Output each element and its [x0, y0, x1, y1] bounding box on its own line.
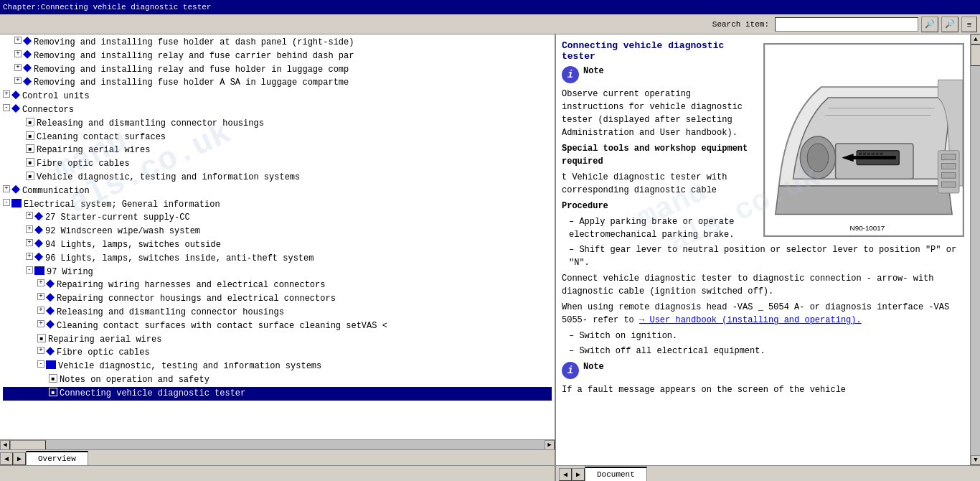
expand-icon[interactable]: -	[3, 199, 10, 206]
toc-item[interactable]: + Fibre optic cables	[3, 346, 552, 360]
expand-icon[interactable]: -	[26, 266, 33, 274]
scroll-left-arrow[interactable]: ◀	[0, 440, 10, 450]
toc-item[interactable]: + Repairing wiring harnesses and electri…	[3, 279, 552, 292]
toc-item-label: 27 Starter-current supply-CC	[45, 212, 190, 224]
doc-tab-next-arrow[interactable]: ▶	[572, 468, 585, 481]
document-content: manu als.co.uk	[556, 34, 970, 465]
toc-item[interactable]: - Connectors	[3, 103, 552, 117]
toc-item-label: 97 Wiring	[47, 266, 93, 279]
toc-item[interactable]: + Removing and installing fuse holder at…	[3, 36, 552, 50]
toc-item-label: Removing and installing fuse holder at d…	[34, 37, 354, 49]
procedure-step-2: – Shift gear lever to neutral position o…	[562, 243, 964, 269]
toc-item[interactable]: - 97 Wiring	[3, 266, 552, 279]
toc-item[interactable]: + Cleaning contact surfaces with contact…	[3, 319, 552, 333]
connect-text-span: Connect vehicle diagnostic tester to dia…	[562, 274, 933, 296]
expand-icon[interactable]: +	[26, 239, 33, 246]
toc-item[interactable]: + 96 Lights, lamps, switches inside, ant…	[3, 252, 552, 266]
expand-icon[interactable]: +	[14, 77, 22, 84]
toc-item[interactable]: + Control units	[3, 90, 552, 103]
expand-icon[interactable]: -	[37, 360, 44, 368]
scroll-right-arrow[interactable]: ▶	[545, 440, 555, 450]
tab-overview[interactable]: Overview	[26, 451, 88, 465]
step-2-bullet: –	[569, 245, 579, 255]
page-icon: ■	[26, 158, 34, 167]
note-2: i Note	[562, 362, 964, 379]
toc-item[interactable]: ■ Fibre optic cables	[3, 157, 552, 171]
toc-item[interactable]: + 27 Starter-current supply-CC	[3, 211, 552, 225]
page-icon: ■	[26, 131, 34, 140]
toc-item[interactable]: ■ Vehicle diagnostic, testing and inform…	[3, 171, 552, 185]
svg-rect-24	[941, 182, 956, 187]
toc-item-selected[interactable]: ■ Connecting vehicle diagnostic tester	[3, 387, 552, 401]
toc-item-label: Fibre optic cables	[57, 347, 150, 359]
search-button-1[interactable]: 🔎	[921, 17, 938, 32]
toc-item[interactable]: + Communication	[3, 185, 552, 198]
diamond-icon	[11, 90, 20, 99]
toc-item[interactable]: + 92 Windscreen wipe/wash system	[3, 225, 552, 238]
expand-icon[interactable]: +	[14, 50, 22, 57]
book-icon	[46, 360, 56, 369]
expand-icon[interactable]: +	[37, 307, 44, 314]
expand-icon[interactable]: +	[37, 347, 44, 354]
toc-item[interactable]: ■ Repairing aerial wires	[3, 333, 552, 347]
scroll-track[interactable]	[10, 440, 545, 450]
left-bottom-tabs	[0, 466, 556, 481]
toc-item[interactable]: + Repairing connector housings and elect…	[3, 292, 552, 306]
tab-prev-arrow[interactable]: ◀	[0, 452, 13, 465]
step-2-text: Shift gear lever to neutral position or …	[569, 245, 956, 268]
expand-icon[interactable]: +	[26, 225, 33, 233]
user-handbook-link[interactable]: → User handbook (installing and operatin…	[639, 315, 862, 325]
note-1-text: Note	[583, 66, 604, 76]
procedure-step-4: – Switch off all electrical equipment.	[562, 345, 964, 358]
left-horizontal-scrollbar: ◀ ▶	[0, 439, 555, 449]
expand-icon[interactable]: +	[3, 90, 10, 98]
expand-icon[interactable]: +	[3, 185, 10, 192]
search-input[interactable]	[775, 17, 918, 32]
expand-icon[interactable]: +	[37, 279, 44, 286]
expand-icon[interactable]: +	[26, 253, 33, 260]
scroll-thumb[interactable]	[10, 440, 46, 450]
toc-item-label: Removing and installing relay and fuse h…	[34, 64, 349, 76]
menu-button[interactable]: ≡	[961, 17, 977, 32]
toc-item-label-selected: Connecting vehicle diagnostic tester	[60, 388, 245, 400]
toc-item-label: Releasing and dismantling connector hous…	[37, 118, 264, 130]
toc-item[interactable]: + Removing and installing fuse holder A …	[3, 76, 552, 90]
toc-item[interactable]: + Removing and installing relay and fuse…	[3, 50, 552, 63]
toc-item[interactable]: - Electrical system; General information	[3, 198, 552, 212]
toc-item-label: Releasing and dismantling connector hous…	[57, 307, 284, 319]
expand-icon[interactable]: +	[14, 37, 22, 44]
tab-document[interactable]: Document	[585, 467, 647, 481]
toc-content: manuals.co.uk + Removing and installing …	[0, 34, 555, 439]
toc-list: + Removing and installing fuse holder at…	[0, 34, 555, 402]
right-bottom-tabs: ◀ ▶ Document	[556, 466, 980, 481]
expand-icon[interactable]: -	[3, 104, 10, 111]
tab-next-arrow[interactable]: ▶	[13, 452, 26, 465]
toc-item[interactable]: + 94 Lights, lamps, switches outside	[3, 238, 552, 252]
scroll-vertical-track[interactable]	[971, 45, 980, 455]
toc-item-label: Cleaning contact surfaces	[37, 131, 166, 144]
scroll-vertical-thumb[interactable]	[971, 45, 980, 66]
expand-icon[interactable]: +	[37, 320, 44, 327]
search-button-2[interactable]: 🔎	[941, 17, 958, 32]
toc-item-label: Repairing aerial wires	[37, 144, 150, 157]
expand-icon[interactable]: +	[37, 293, 44, 300]
diamond-icon	[23, 50, 32, 59]
toc-item-label: Repairing aerial wires	[48, 334, 161, 346]
toc-item[interactable]: ■ Releasing and dismantling connector ho…	[3, 117, 552, 131]
diamond-icon	[46, 279, 55, 288]
expand-icon[interactable]: +	[26, 212, 33, 219]
toc-item[interactable]: ■ Notes on operation and safety	[3, 373, 552, 387]
toc-item-label: Vehicle diagnostic, testing and informat…	[58, 360, 321, 373]
toc-item[interactable]: ■ Cleaning contact surfaces	[3, 131, 552, 144]
scroll-up-arrow[interactable]: ▲	[971, 34, 980, 45]
toc-item[interactable]: + Releasing and dismantling connector ho…	[3, 306, 552, 319]
doc-tab-prev-arrow[interactable]: ◀	[559, 468, 572, 481]
scroll-down-arrow[interactable]: ▼	[971, 455, 980, 465]
expand-icon[interactable]: +	[14, 64, 22, 71]
left-tab-bar: ◀ ▶ Overview	[0, 449, 555, 465]
step-4-text: Switch off all electrical equipment.	[579, 346, 765, 356]
connect-text: Connect vehicle diagnostic tester to dia…	[562, 272, 964, 298]
toc-item[interactable]: + Removing and installing relay and fuse…	[3, 63, 552, 77]
toc-item[interactable]: ■ Repairing aerial wires	[3, 144, 552, 157]
toc-item[interactable]: - Vehicle diagnostic, testing and inform…	[3, 360, 552, 373]
